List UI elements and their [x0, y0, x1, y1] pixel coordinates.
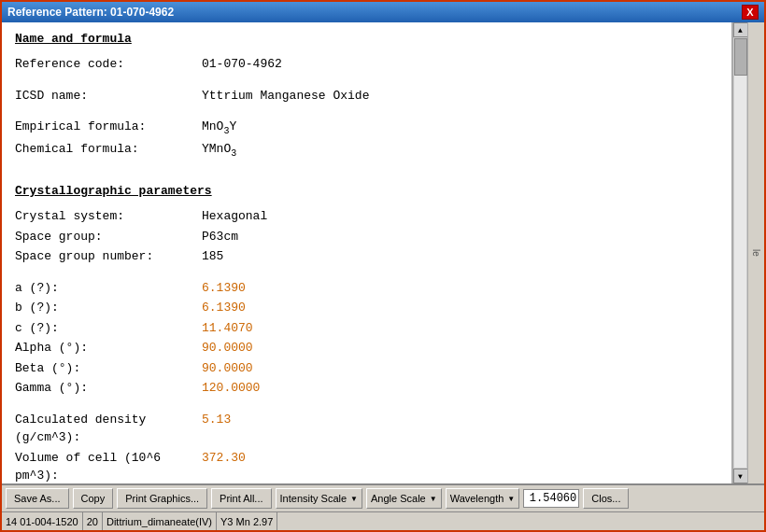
value-empirical-formula: MnO3Y	[202, 118, 236, 138]
field-density: Calculated density (g/cm^3): 5.13	[15, 411, 718, 447]
bottom-toolbar: Save As... Copy Print Graphics... Print …	[2, 483, 764, 511]
print-graphics-button[interactable]: Print Graphics...	[117, 488, 207, 509]
value-b: 6.1390	[202, 299, 246, 317]
value-alpha: 90.0000	[202, 339, 253, 357]
label-gamma: Gamma (°):	[15, 379, 202, 398]
label-space-group: Space group:	[15, 228, 202, 246]
scroll-thumb[interactable]	[734, 38, 747, 76]
status-right-value: Dittrium_dimaneate(IV)	[106, 516, 212, 527]
value-beta: 90.0000	[202, 359, 253, 378]
label-volume: Volume of cell (10^6 pm^3):	[15, 449, 202, 483]
value-space-group: P63cm	[202, 228, 238, 246]
field-space-group: Space group: P63cm	[15, 228, 718, 246]
value-a: 6.1390	[202, 279, 246, 298]
label-icsd-name: ICSD name:	[15, 87, 202, 105]
status-middle-value: 20	[87, 516, 98, 527]
field-gamma: Gamma (°): 120.0000	[15, 379, 718, 398]
field-b: b (?): 6.1390	[15, 299, 718, 317]
scroll-down-button[interactable]: ▼	[733, 469, 748, 483]
save-as-button[interactable]: Save As...	[6, 488, 69, 509]
value-reference-code: 01-070-4962	[202, 55, 282, 74]
label-b: b (?):	[15, 299, 202, 317]
field-crystal-system: Crystal system: Hexagonal	[15, 207, 718, 226]
intensity-scale-dropdown[interactable]: Intensity Scale ▼	[276, 488, 362, 509]
close-button[interactable]: X	[742, 5, 759, 20]
label-space-group-number: Space group number:	[15, 247, 202, 266]
value-density: 5.13	[202, 411, 231, 447]
wavelength-arrow-icon: ▼	[507, 495, 515, 503]
section2-title: Crystallographic parameters	[15, 184, 718, 198]
field-icsd-name: ICSD name: Yttrium Manganese Oxide	[15, 87, 718, 105]
window-title: Reference Pattern: 01-070-4962	[7, 6, 174, 19]
field-alpha: Alpha (°): 90.0000	[15, 339, 718, 357]
close-button-toolbar[interactable]: Clos...	[583, 488, 629, 509]
status-bar: 14 01-004-1520 20 Dittrium_dimaneate(IV)…	[2, 511, 764, 530]
vertical-scrollbar[interactable]: ▲ ▼	[732, 22, 747, 483]
wavelength-dropdown[interactable]: Wavelength ▼	[446, 488, 520, 509]
field-space-group-number: Space group number: 185	[15, 247, 718, 266]
scroll-track[interactable]	[733, 37, 747, 469]
intensity-scale-arrow-icon: ▼	[350, 495, 358, 503]
field-chemical-formula: Chemical formula: YMnO3	[15, 140, 718, 161]
print-all-button[interactable]: Print All...	[211, 488, 271, 509]
field-empirical-formula: Empirical formula: MnO3Y	[15, 118, 718, 138]
label-crystal-system: Crystal system:	[15, 207, 202, 226]
angle-scale-dropdown[interactable]: Angle Scale ▼	[366, 488, 442, 509]
scroll-up-button[interactable]: ▲	[733, 22, 748, 37]
field-beta: Beta (°): 90.0000	[15, 359, 718, 378]
label-empirical-formula: Empirical formula:	[15, 118, 202, 138]
field-a: a (?): 6.1390	[15, 279, 718, 298]
status-left-value: 14 01-004-1520	[6, 516, 78, 527]
value-icsd-name: Yttrium Manganese Oxide	[202, 87, 369, 105]
label-beta: Beta (°):	[15, 359, 202, 378]
status-right: Dittrium_dimaneate(IV)	[103, 512, 217, 530]
wavelength-input[interactable]	[523, 489, 579, 508]
status-far-right-value: Y3 Mn 2.97	[220, 516, 273, 527]
value-gamma: 120.0000	[202, 379, 260, 398]
label-c: c (?):	[15, 319, 202, 338]
section1-title: Name and formula	[15, 32, 718, 46]
field-volume: Volume of cell (10^6 pm^3): 372.30	[15, 449, 718, 483]
label-alpha: Alpha (°):	[15, 339, 202, 357]
value-crystal-system: Hexagonal	[202, 207, 267, 226]
field-reference-code: Reference code: 01-070-4962	[15, 55, 718, 74]
angle-scale-arrow-icon: ▼	[430, 495, 437, 503]
content-area: Name and formula Reference code: 01-070-…	[2, 22, 764, 483]
status-left: 14 01-004-1520	[2, 512, 83, 530]
main-window: Reference Pattern: 01-070-4962 X Name an…	[0, 0, 766, 532]
wavelength-label: Wavelength	[450, 493, 504, 504]
copy-button[interactable]: Copy	[73, 488, 114, 509]
status-middle: 20	[83, 512, 103, 530]
label-density: Calculated density (g/cm^3):	[15, 411, 202, 447]
field-c: c (?): 11.4070	[15, 319, 718, 338]
label-a: a (?):	[15, 279, 202, 298]
title-bar: Reference Pattern: 01-070-4962 X	[2, 2, 764, 22]
main-panel: Name and formula Reference code: 01-070-…	[2, 22, 732, 483]
status-far-right: Y3 Mn 2.97	[217, 512, 277, 530]
value-space-group-number: 185	[202, 247, 223, 266]
side-label: le	[747, 22, 764, 483]
value-c: 11.4070	[202, 319, 253, 338]
value-volume: 372.30	[202, 449, 246, 483]
label-chemical-formula: Chemical formula:	[15, 140, 202, 161]
label-reference-code: Reference code:	[15, 55, 202, 74]
angle-scale-label: Angle Scale	[371, 493, 426, 504]
intensity-scale-label: Intensity Scale	[280, 493, 348, 504]
value-chemical-formula: YMnO3	[202, 140, 236, 161]
